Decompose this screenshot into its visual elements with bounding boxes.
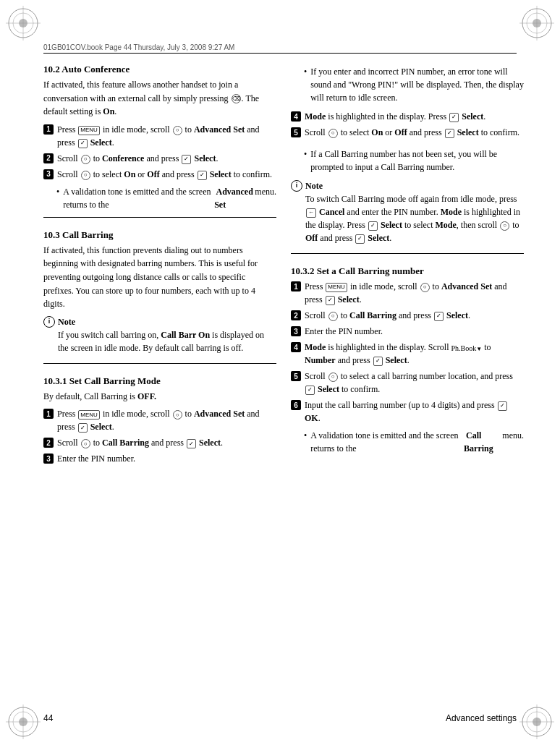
corner-decoration-tr: [519, 6, 554, 41]
section-10-3: 10.3 Call Barring If activated, this fun…: [43, 222, 276, 357]
step-10-3-2-5: 5 Scroll ○ to select a call barring numb…: [291, 370, 524, 396]
menu-icon-3: MENU: [326, 283, 347, 292]
divider-1: [43, 217, 276, 218]
select-icon-3: ✓: [198, 171, 207, 180]
section-10-3-2-title: 10.3.2 Set a Call Barring number: [291, 265, 524, 277]
scroll-icon-2: ○: [81, 155, 90, 164]
select-icon-9: ✓: [434, 312, 444, 321]
section-10-2-title: 10.2 Auto Conference: [43, 64, 276, 75]
header-bar: 01GB01COV.book Page 44 Thursday, July 3,…: [43, 43, 517, 54]
divider-right-1: [291, 253, 524, 254]
bullet-validation-1: A validation tone is emitted and the scr…: [56, 185, 276, 211]
scroll-icon-note: ○: [500, 221, 509, 231]
divider-2: [43, 363, 276, 364]
scroll-icon-7: ○: [420, 283, 430, 292]
section-10-3-title: 10.3 Call Barring: [43, 229, 276, 241]
cancel-icon: ←: [306, 208, 316, 218]
step-2: 2 Scroll ○ to Conference and press ✓ Sel…: [43, 152, 276, 165]
scroll-icon-3: ○: [81, 171, 90, 180]
section-10-2: 10.2 Auto Conference If activated, this …: [43, 56, 276, 211]
section-label: Advanced settings: [446, 713, 517, 723]
section-10-3-1: 10.3.1 Set Call Barring Mode By default,…: [43, 368, 276, 470]
select-icon-11: ✓: [305, 386, 315, 395]
corner-decoration-bl: [6, 704, 41, 739]
scroll-icon-6: ○: [328, 129, 338, 138]
main-content: 10.2 Auto Conference If activated, this …: [43, 56, 524, 702]
menu-icon-2: MENU: [78, 410, 100, 420]
right-column: If you enter and incorrect PIN number, a…: [291, 56, 524, 702]
scroll-icon-4: ○: [173, 410, 182, 420]
step-4: 4 Mode is highlighted in the display. Pr…: [291, 110, 524, 123]
step-5: 5 Scroll ○ to select On or Off and press…: [291, 126, 524, 139]
note-text-2: Note To switch Call Barring mode off aga…: [305, 179, 524, 244]
steps-4-5: 4 Mode is highlighted in the display. Pr…: [291, 110, 524, 142]
select-icon-5: ✓: [187, 439, 196, 448]
scroll-icon-5: ○: [81, 439, 90, 448]
section-10-3-1-steps: 1 Press MENU in idle mode, scroll ○ to A…: [43, 407, 276, 465]
bullet-validation-2: A validation tone is emitted and the scr…: [304, 429, 524, 455]
bullet-call-barring-not-set: If a Call Barring number has not been se…: [304, 148, 524, 174]
corner-decoration-tl: [6, 6, 41, 41]
note-icon-2: i: [291, 180, 302, 192]
select-icon-2: ✓: [182, 155, 191, 164]
step-10-3-2-2: 2 Scroll ○ to Call Barring and press ✓ S…: [291, 309, 524, 322]
select-icon-12: ✓: [498, 401, 507, 411]
bullet-pin-error: If you enter and incorrect PIN number, a…: [304, 65, 524, 104]
default-on: On: [103, 106, 114, 116]
scroll-icon: ○: [173, 126, 182, 135]
menu-icon: MENU: [78, 126, 100, 135]
step-10-3-1-1: 1 Press MENU in idle mode, scroll ○ to A…: [43, 407, 276, 433]
step-1: 1 Press MENU in idle mode, scroll ○ to A…: [43, 123, 276, 149]
page-number: 44: [43, 713, 53, 723]
note-icon-1: i: [43, 316, 55, 328]
section-10-3-1-body: By default, Call Barring is OFF.: [43, 390, 276, 404]
step-3: 3 Scroll ○ to select On or Off and press…: [43, 168, 276, 181]
phone-icon: ⌫: [232, 94, 241, 103]
step-10-3-2-1: 1 Press MENU in idle mode, scroll ○ to A…: [291, 280, 524, 306]
select-icon-6: ✓: [449, 113, 459, 122]
section-10-3-2-steps: 1 Press MENU in idle mode, scroll ○ to A…: [291, 280, 524, 425]
note-text-1: Note If you switch call barring on, Call…: [58, 315, 276, 354]
note-call-barring-off: i Note To switch Call Barring mode off a…: [291, 179, 524, 244]
section-10-3-2: 10.3.2 Set a Call Barring number 1 Press…: [291, 258, 524, 455]
select-icon: ✓: [78, 139, 88, 148]
step-10-3-2-4: 4 Mode is highlighted in the display. Sc…: [291, 341, 524, 367]
section-10-3-body: If activated, this function prevents dia…: [43, 244, 276, 311]
footer: 44 Advanced settings: [43, 713, 517, 723]
step-10-3-1-2: 2 Scroll ○ to Call Barring and press ✓ S…: [43, 436, 276, 449]
note-10-3: i Note If you switch call barring on, Ca…: [43, 315, 276, 354]
select-icon-4: ✓: [78, 423, 88, 433]
header-text: 01GB01COV.book Page 44 Thursday, July 3,…: [43, 43, 234, 51]
right-top-area: If you enter and incorrect PIN number, a…: [291, 64, 524, 104]
section-10-2-body: If activated, this feature allows anothe…: [43, 78, 276, 119]
step-10-3-1-3: 3 Enter the PIN number.: [43, 452, 276, 465]
scroll-icon-8: ○: [328, 312, 338, 321]
corner-decoration-br: [519, 704, 554, 739]
select-icon-10: ✓: [373, 357, 383, 366]
select-icon-note: ✓: [368, 221, 378, 231]
select-icon-7: ✓: [445, 129, 454, 138]
scroll-icon-9: ○: [328, 372, 338, 382]
select-icon-note-2: ✓: [355, 234, 365, 244]
section-10-2-steps: 1 Press MENU in idle mode, scroll ○ to A…: [43, 123, 276, 181]
phbook-icon: Ph.Book▼: [451, 344, 483, 352]
step-10-3-2-6: 6 Input the call barring number (up to 4…: [291, 399, 524, 425]
step-10-3-2-3: 3 Enter the PIN number.: [291, 325, 524, 338]
section-10-3-1-title: 10.3.1 Set Call Barring Mode: [43, 375, 276, 387]
select-icon-8: ✓: [326, 296, 335, 305]
left-column: 10.2 Auto Conference If activated, this …: [43, 56, 276, 702]
